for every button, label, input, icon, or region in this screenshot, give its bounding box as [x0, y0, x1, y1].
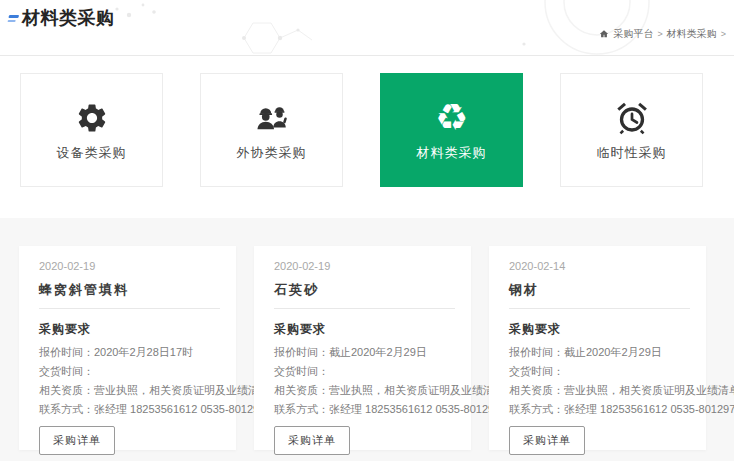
listing-title: 钢材: [509, 281, 690, 299]
breadcrumb-separator: >: [721, 29, 726, 39]
breadcrumb: 采购平台 > 材料类采购 >: [599, 27, 726, 41]
contact-line: 联系方式：张经理 18253561612 0535-8012972: [39, 400, 220, 419]
alarm-clock-icon: [614, 98, 650, 138]
listing-title: 蜂窝斜管填料: [39, 281, 220, 299]
breadcrumb-item-current[interactable]: 材料类采购: [667, 27, 717, 41]
workers-icon: [252, 98, 292, 138]
category-label: 临时性采购: [597, 144, 667, 162]
home-icon: [599, 29, 609, 39]
quote-deadline-line: 报价时间：截止2020年2月29日: [274, 343, 455, 362]
listing-date: 2020-02-14: [509, 260, 690, 272]
page-header: 材料类采购 采购平台 > 材料类采购 >: [0, 0, 734, 56]
qualifications-line: 相关资质：营业执照，相关资质证明及业绩清单等: [509, 381, 690, 400]
page: 材料类采购 采购平台 > 材料类采购 > 设备类采购: [0, 0, 734, 461]
category-card-equipment[interactable]: 设备类采购: [20, 73, 163, 187]
divider: [274, 308, 455, 309]
requirements-heading: 采购要求: [509, 321, 690, 338]
listing-card: 2020-02-19 蜂窝斜管填料 采购要求 报价时间：2020年2月28日17…: [19, 246, 236, 450]
page-title: 材料类采购: [22, 6, 115, 30]
delivery-time-line: 交货时间：: [274, 362, 455, 381]
category-card-outsourcing[interactable]: 外协类采购: [200, 73, 343, 187]
procurement-listings: 2020-02-19 蜂窝斜管填料 采购要求 报价时间：2020年2月28日17…: [0, 218, 734, 461]
requirements-heading: 采购要求: [274, 321, 455, 338]
category-card-temporary[interactable]: 临时性采购: [560, 73, 703, 187]
purchase-detail-button[interactable]: 采购详单: [274, 426, 350, 455]
category-tabs: 设备类采购 外协类采购 ♻: [0, 56, 734, 218]
listing-card: 2020-02-19 石英砂 采购要求 报价时间：截止2020年2月29日 交货…: [254, 246, 471, 450]
category-card-materials[interactable]: ♻ 材料类采购: [380, 73, 523, 187]
divider: [509, 308, 690, 309]
contact-line: 联系方式：张经理 18253561612 0535-8012972: [274, 400, 455, 419]
delivery-time-line: 交货时间：: [509, 362, 690, 381]
requirements-heading: 采购要求: [39, 321, 220, 338]
listing-title: 石英砂: [274, 281, 455, 299]
gear-icon: [75, 98, 109, 138]
recycle-icon: ♻: [435, 98, 468, 138]
purchase-detail-button[interactable]: 采购详单: [509, 426, 585, 455]
title-row: 材料类采购: [8, 6, 115, 30]
breadcrumb-item-platform[interactable]: 采购平台: [613, 27, 653, 41]
category-label: 材料类采购: [417, 144, 487, 162]
breadcrumb-separator: >: [657, 29, 662, 39]
category-label: 设备类采购: [57, 144, 127, 162]
listing-date: 2020-02-19: [274, 260, 455, 272]
list-lines-icon: [7, 15, 19, 24]
qualifications-line: 相关资质：营业执照，相关资质证明及业绩清单等: [39, 381, 220, 400]
contact-line: 联系方式：张经理 18253561612 0535-8012972: [509, 400, 690, 419]
qualifications-line: 相关资质：营业执照，相关资质证明及业绩清单等: [274, 381, 455, 400]
quote-deadline-line: 报价时间：截止2020年2月29日: [509, 343, 690, 362]
quote-deadline-line: 报价时间：2020年2月28日17时: [39, 343, 220, 362]
divider: [39, 308, 220, 309]
listing-date: 2020-02-19: [39, 260, 220, 272]
purchase-detail-button[interactable]: 采购详单: [39, 426, 115, 455]
delivery-time-line: 交货时间：: [39, 362, 220, 381]
category-label: 外协类采购: [237, 144, 307, 162]
listing-card: 2020-02-14 钢材 采购要求 报价时间：截止2020年2月29日 交货时…: [489, 246, 706, 450]
